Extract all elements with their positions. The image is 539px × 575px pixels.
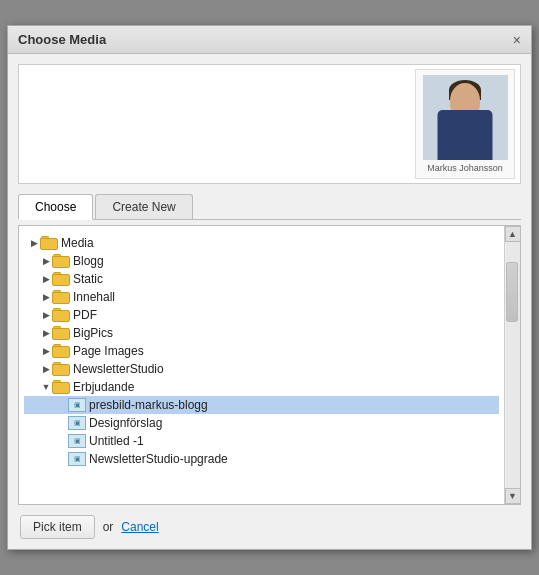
content-area: ▶ Media ▶ Blogg ▶ — [18, 225, 521, 505]
tree-item-blogg[interactable]: ▶ Blogg — [24, 252, 499, 270]
image-icon-presbild: ▣ — [68, 398, 86, 412]
cancel-button[interactable]: Cancel — [121, 520, 158, 534]
tree-item-designforslag[interactable]: ▣ Designförslag — [24, 414, 499, 432]
tree-arrow-newsletter-upgrade — [56, 453, 68, 465]
tree-label-erbjudande: Erbjudande — [73, 380, 134, 394]
tree-item-innehall[interactable]: ▶ Innehall — [24, 288, 499, 306]
tree-item-static[interactable]: ▶ Static — [24, 270, 499, 288]
tree-label-static: Static — [73, 272, 103, 286]
tree-label-newsletter-upgrade: NewsletterStudio-upgrade — [89, 452, 228, 466]
tree-arrow-pdf: ▶ — [40, 309, 52, 321]
tree-item-erbjudande[interactable]: ▼ Erbjudande — [24, 378, 499, 396]
choose-media-dialog: Choose Media × Markus Johansson Choose C… — [7, 25, 532, 550]
folder-icon-static — [52, 272, 70, 286]
tree-item-newsletter-studio[interactable]: ▶ NewsletterStudio — [24, 360, 499, 378]
folder-icon-blogg — [52, 254, 70, 268]
dialog-titlebar: Choose Media × — [8, 26, 531, 54]
tree-label-blogg: Blogg — [73, 254, 104, 268]
tabs-area: Choose Create New — [18, 194, 521, 220]
preview-image-container: Markus Johansson — [415, 69, 515, 179]
image-icon-designforslag: ▣ — [68, 416, 86, 430]
tree-arrow-presbild — [56, 399, 68, 411]
tree-arrow-innehall: ▶ — [40, 291, 52, 303]
tree-item-untitled-1[interactable]: ▣ Untitled -1 — [24, 432, 499, 450]
folder-icon-bigpics — [52, 326, 70, 340]
footer: Pick item or Cancel — [8, 505, 531, 549]
tree-label-page-images: Page Images — [73, 344, 144, 358]
tree-item-presbild-markus-blogg[interactable]: ▣ presbild-markus-blogg — [24, 396, 499, 414]
scroll-thumb[interactable] — [506, 262, 518, 322]
tab-choose[interactable]: Choose — [18, 194, 93, 220]
file-tree[interactable]: ▶ Media ▶ Blogg ▶ — [19, 226, 504, 504]
tree-label-untitled-1: Untitled -1 — [89, 434, 144, 448]
image-icon-untitled: ▣ — [68, 434, 86, 448]
folder-icon-media — [40, 236, 58, 250]
tree-label-media: Media — [61, 236, 94, 250]
tree-label-pdf: PDF — [73, 308, 97, 322]
tree-label-presbild-markus-blogg: presbild-markus-blogg — [89, 398, 208, 412]
tree-label-designforslag: Designförslag — [89, 416, 162, 430]
footer-or-text: or — [103, 520, 114, 534]
tree-arrow-blogg: ▶ — [40, 255, 52, 267]
tree-arrow-page-images: ▶ — [40, 345, 52, 357]
tree-label-bigpics: BigPics — [73, 326, 113, 340]
preview-caption: Markus Johansson — [427, 163, 503, 173]
tree-arrow-untitled — [56, 435, 68, 447]
close-button[interactable]: × — [513, 33, 521, 47]
pick-item-button[interactable]: Pick item — [20, 515, 95, 539]
folder-icon-erbjudande — [52, 380, 70, 394]
tree-item-bigpics[interactable]: ▶ BigPics — [24, 324, 499, 342]
tab-create-new[interactable]: Create New — [95, 194, 192, 219]
dialog-title: Choose Media — [18, 32, 106, 47]
folder-icon-pdf — [52, 308, 70, 322]
tree-arrow-static: ▶ — [40, 273, 52, 285]
tabs-container: Choose Create New — [18, 194, 521, 220]
folder-icon-innehall — [52, 290, 70, 304]
tree-arrow-newsletter-studio: ▶ — [40, 363, 52, 375]
tree-label-newsletter-studio: NewsletterStudio — [73, 362, 164, 376]
scroll-down-button[interactable]: ▼ — [505, 488, 521, 504]
scrollbar[interactable]: ▲ ▼ — [504, 226, 520, 504]
tree-arrow-media: ▶ — [28, 237, 40, 249]
tree-item-media[interactable]: ▶ Media — [24, 234, 499, 252]
folder-icon-page-images — [52, 344, 70, 358]
scroll-track[interactable] — [506, 242, 520, 488]
preview-area: Markus Johansson — [18, 64, 521, 184]
folder-icon-newsletter-studio — [52, 362, 70, 376]
tree-label-innehall: Innehall — [73, 290, 115, 304]
person-body — [438, 110, 493, 160]
preview-person-image — [423, 75, 508, 160]
tree-item-newsletter-upgrade[interactable]: ▣ NewsletterStudio-upgrade — [24, 450, 499, 468]
scroll-up-button[interactable]: ▲ — [505, 226, 521, 242]
tree-item-pdf[interactable]: ▶ PDF — [24, 306, 499, 324]
tree-arrow-erbjudande: ▼ — [40, 381, 52, 393]
tree-arrow-designforslag — [56, 417, 68, 429]
image-icon-newsletter-upgrade: ▣ — [68, 452, 86, 466]
tree-arrow-bigpics: ▶ — [40, 327, 52, 339]
tree-item-page-images[interactable]: ▶ Page Images — [24, 342, 499, 360]
